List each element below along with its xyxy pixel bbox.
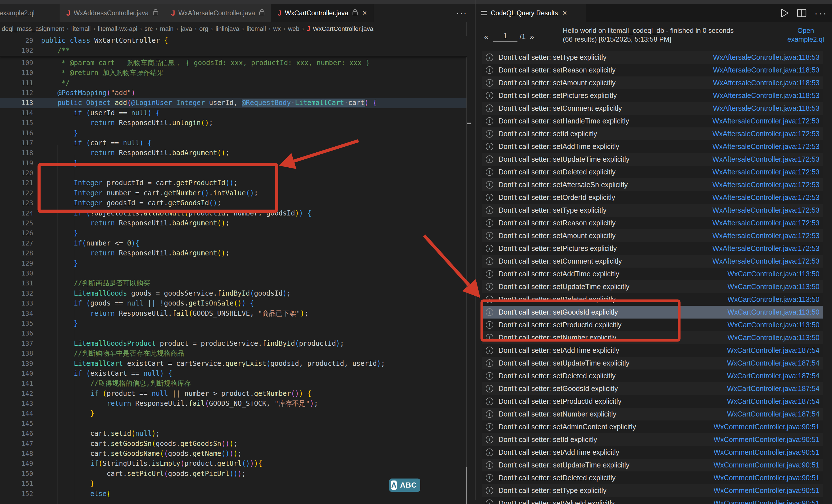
- code-line-126[interactable]: 126 }: [0, 228, 467, 238]
- result-row[interactable]: iDont't call setter: setId explicitlyWxC…: [482, 433, 823, 446]
- code-line-113[interactable]: 113 public Object add(@LoginUser Integer…: [0, 98, 467, 108]
- overview-ruler[interactable]: [466, 22, 467, 504]
- breadcrumb[interactable]: deql_mass_asignment›litemall›litemall-wx…: [0, 22, 475, 36]
- code-line-133[interactable]: 133 if (goods == null || !goods.getIsOnS…: [0, 299, 467, 308]
- result-row[interactable]: iDont't call setter: setAmount explicitl…: [482, 77, 823, 89]
- result-row[interactable]: iDont't call setter: setAddTime explicit…: [482, 344, 823, 357]
- tab-example2.ql[interactable]: example2.ql: [0, 4, 60, 22]
- result-location-link[interactable]: WxAftersaleController.java:172:53: [712, 193, 820, 202]
- code-line-136[interactable]: 136: [0, 329, 467, 338]
- result-location-link[interactable]: WxAftersaleController.java:172:53: [712, 142, 820, 151]
- code-line-117[interactable]: 117 if (cart == null) {: [0, 138, 467, 148]
- result-location-link[interactable]: WxCartController.java:187:54: [727, 359, 820, 367]
- code-line-124[interactable]: 124 if (!ObjectUtils.allNotNull(productI…: [0, 208, 467, 218]
- code-line-110[interactable]: 110 * @return 加入购物车操作结果: [0, 68, 467, 78]
- result-location-link[interactable]: WxCartController.java:187:54: [727, 385, 820, 393]
- result-row[interactable]: iDont't call setter: setNumber explicitl…: [482, 408, 823, 420]
- result-location-link[interactable]: WxAftersaleController.java:172:53: [712, 206, 820, 214]
- result-row[interactable]: iDont't call setter: setUpdateTime expli…: [482, 153, 823, 166]
- result-location-link[interactable]: WxCommentController.java:90:51: [713, 499, 820, 504]
- result-location-link[interactable]: WxAftersaleController.java:172:53: [712, 180, 820, 189]
- tab-WxAddressController.java[interactable]: JWxAddressController.java: [60, 4, 165, 22]
- result-location-link[interactable]: WxCartController.java:113:50: [727, 283, 820, 291]
- result-location-link[interactable]: WxAftersaleController.java:172:53: [712, 232, 820, 240]
- result-row[interactable]: iDont't call setter: setDeleted explicit…: [482, 369, 823, 382]
- result-location-link[interactable]: WxCartController.java:113:50: [727, 321, 820, 329]
- breadcrumb-item[interactable]: litemall: [71, 25, 90, 33]
- result-row[interactable]: iDont't call setter: setReason explicitl…: [482, 217, 823, 229]
- result-row[interactable]: iDont't call setter: setDeleted explicit…: [482, 166, 823, 178]
- code-line-147[interactable]: 147 cart.setGoodsSn(goods.getGoodsSn());: [0, 439, 467, 449]
- code-line-29[interactable]: 29public class WxCartController {: [0, 36, 467, 46]
- result-row[interactable]: iDont't call setter: setComment explicit…: [482, 102, 823, 115]
- result-location-link[interactable]: WxCartController.java:113:50: [727, 334, 820, 342]
- breadcrumb-item[interactable]: linlinjava: [215, 25, 239, 33]
- code-line-125[interactable]: 125 return ResponseUtil.badArgument();: [0, 218, 467, 228]
- code-line-132[interactable]: 132 LitemallGoods goods = goodsService.f…: [0, 288, 467, 299]
- result-location-link[interactable]: WxAftersaleController.java:172:53: [712, 257, 820, 265]
- breadcrumb-item[interactable]: wx: [273, 25, 281, 33]
- result-row[interactable]: iDont't call setter: setUpdateTime expli…: [482, 459, 823, 471]
- result-row[interactable]: iDont't call setter: setPictures explici…: [482, 242, 823, 255]
- code-line-131[interactable]: 131 //判断商品是否可以购买: [0, 278, 467, 288]
- close-icon[interactable]: ×: [362, 9, 367, 18]
- code-line-116[interactable]: 116 }: [0, 128, 467, 138]
- run-query-icon[interactable]: [780, 8, 789, 18]
- result-location-link[interactable]: WxAftersaleController.java:118:53: [713, 91, 820, 100]
- code-line-120[interactable]: 120: [0, 168, 467, 178]
- result-row[interactable]: iDont't call setter: setDeleted explicit…: [482, 293, 823, 306]
- result-row[interactable]: iDont't call setter: setDeleted explicit…: [482, 471, 823, 484]
- code-line-121[interactable]: 121 Integer productId = cart.getProductI…: [0, 178, 467, 188]
- result-location-link[interactable]: WxCartController.java:113:50: [727, 270, 820, 278]
- code-line-102[interactable]: 102 /**: [0, 46, 467, 56]
- result-row[interactable]: iDont't call setter: setAddTime explicit…: [482, 446, 823, 459]
- result-location-link[interactable]: WxCommentController.java:90:51: [713, 436, 820, 444]
- page-next-button[interactable]: »: [530, 32, 534, 41]
- result-location-link[interactable]: WxAftersaleController.java:118:53: [713, 53, 820, 61]
- code-line-135[interactable]: 135 }: [0, 318, 467, 329]
- result-location-link[interactable]: WxCartController.java:113:50: [727, 308, 820, 316]
- result-location-link[interactable]: WxAftersaleController.java:172:53: [712, 219, 820, 227]
- result-location-link[interactable]: WxCommentController.java:90:51: [713, 461, 820, 469]
- code-line-141[interactable]: 141 //取得规格的信息,判断规格库存: [0, 379, 467, 389]
- result-location-link[interactable]: WxCartController.java:187:54: [727, 372, 820, 380]
- tab-WxAftersaleController.java[interactable]: JWxAftersaleController.java: [165, 4, 271, 22]
- code-line-138[interactable]: 138 //判断购物车中是否存在此规格商品: [0, 348, 467, 359]
- code-line-111[interactable]: 111 */: [0, 78, 467, 88]
- code-line-137[interactable]: 137 LitemallGoodsProduct product = produ…: [0, 339, 467, 348]
- split-editor-icon[interactable]: [797, 9, 806, 17]
- result-row[interactable]: iDont't call setter: setAddTime explicit…: [482, 268, 823, 280]
- tab-codeql-query-results[interactable]: CodeQL Query Results ×: [475, 4, 586, 22]
- code-line-148[interactable]: 148 cart.setGoodsName((goods.getName()))…: [0, 449, 467, 459]
- result-location-link[interactable]: WxCommentController.java:90:51: [713, 486, 820, 495]
- code-line-114[interactable]: 114 if (userId == null) {: [0, 108, 467, 118]
- result-location-link[interactable]: WxAftersaleController.java:118:53: [713, 79, 820, 87]
- result-row[interactable]: iDont't call setter: setType explicitlyW…: [482, 51, 823, 64]
- page-prev-button[interactable]: «: [484, 32, 489, 41]
- result-location-link[interactable]: WxCartController.java:187:54: [727, 346, 820, 355]
- code-line-142[interactable]: 142 if (product == null || number > prod…: [0, 389, 467, 399]
- result-location-link[interactable]: WxAftersaleController.java:172:53: [712, 168, 820, 176]
- breadcrumb-item[interactable]: java: [181, 25, 192, 33]
- code-line-130[interactable]: 130: [0, 269, 467, 278]
- breadcrumb-file[interactable]: WxCartController.java: [313, 25, 373, 33]
- result-row[interactable]: iDont't call setter: setHandleTime expli…: [482, 115, 823, 128]
- result-row[interactable]: iDont't call setter: setUpdateTime expli…: [482, 357, 823, 369]
- code-line-143[interactable]: 143 return ResponseUtil.fail(GOODS_NO_ST…: [0, 399, 467, 409]
- result-location-link[interactable]: WxCommentController.java:90:51: [713, 448, 820, 456]
- result-location-link[interactable]: WxAftersaleController.java:118:53: [713, 104, 820, 112]
- result-location-link[interactable]: WxCartController.java:187:54: [727, 397, 820, 405]
- breadcrumb-item[interactable]: web: [288, 25, 299, 33]
- tab-overflow-icon[interactable]: ···: [449, 8, 475, 18]
- open-query-link[interactable]: Open example2.ql: [787, 26, 824, 44]
- result-row[interactable]: iDont't call setter: setUpdateTime expli…: [482, 280, 823, 293]
- result-location-link[interactable]: WxAftersaleController.java:172:53: [712, 117, 820, 125]
- code-line-144[interactable]: 144 }: [0, 409, 467, 419]
- code-editor[interactable]: 29public class WxCartController {102 /**…: [0, 36, 467, 504]
- result-row[interactable]: iDont't call setter: setGoodsId explicit…: [482, 382, 823, 395]
- result-row[interactable]: iDont't call setter: setComment explicit…: [482, 255, 823, 268]
- result-row[interactable]: iDont't call setter: setOrderId explicit…: [482, 191, 823, 204]
- code-line-150[interactable]: 150 cart.setPicUrl(goods.getPicUrl());: [0, 469, 467, 479]
- code-line-145[interactable]: 145: [0, 419, 467, 429]
- result-row[interactable]: iDont't call setter: setAftersaleSn expl…: [482, 178, 823, 191]
